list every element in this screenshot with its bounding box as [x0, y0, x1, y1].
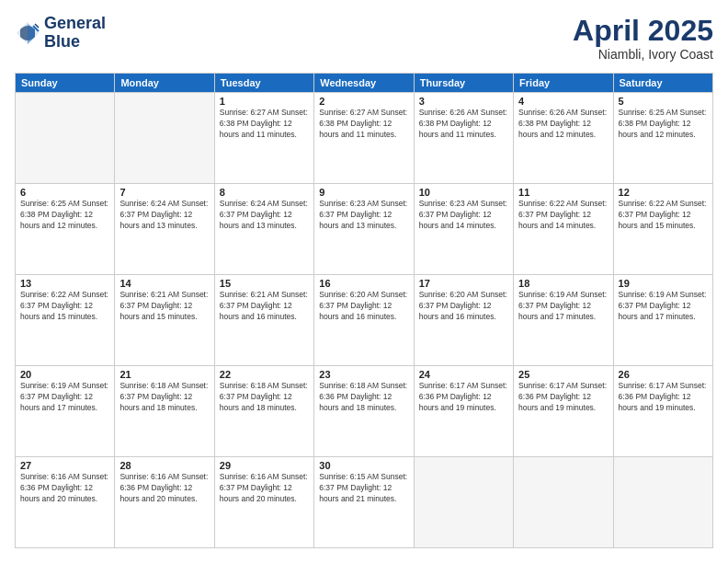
day-number: 20 [20, 369, 109, 380]
calendar-cell: 29Sunrise: 6:16 AM Sunset: 6:37 PM Dayli… [214, 457, 313, 548]
month-title: April 2025 [573, 15, 713, 47]
day-number: 24 [419, 369, 508, 380]
calendar-cell: 23Sunrise: 6:18 AM Sunset: 6:36 PM Dayli… [314, 366, 414, 457]
day-number: 1 [220, 96, 309, 107]
day-number: 11 [518, 187, 608, 198]
day-number: 15 [220, 278, 309, 289]
day-detail: Sunrise: 6:16 AM Sunset: 6:36 PM Dayligh… [20, 472, 109, 505]
day-number: 9 [319, 187, 408, 198]
calendar-cell: 15Sunrise: 6:21 AM Sunset: 6:37 PM Dayli… [214, 275, 313, 366]
day-number: 8 [220, 187, 309, 198]
day-number: 21 [119, 369, 209, 380]
calendar-cell: 10Sunrise: 6:23 AM Sunset: 6:37 PM Dayli… [414, 184, 513, 275]
calendar-cell: 22Sunrise: 6:18 AM Sunset: 6:37 PM Dayli… [214, 366, 313, 457]
calendar-cell: 6Sunrise: 6:25 AM Sunset: 6:38 PM Daylig… [16, 184, 115, 275]
calendar-cell [414, 457, 513, 548]
calendar-cell: 8Sunrise: 6:24 AM Sunset: 6:37 PM Daylig… [214, 184, 313, 275]
day-number: 7 [119, 187, 209, 198]
day-detail: Sunrise: 6:18 AM Sunset: 6:37 PM Dayligh… [119, 381, 209, 414]
day-detail: Sunrise: 6:18 AM Sunset: 6:37 PM Dayligh… [220, 381, 309, 414]
calendar-table: SundayMondayTuesdayWednesdayThursdayFrid… [15, 73, 713, 548]
day-detail: Sunrise: 6:21 AM Sunset: 6:37 PM Dayligh… [220, 290, 309, 323]
calendar-cell: 17Sunrise: 6:20 AM Sunset: 6:37 PM Dayli… [414, 275, 513, 366]
calendar-cell: 7Sunrise: 6:24 AM Sunset: 6:37 PM Daylig… [115, 184, 214, 275]
day-detail: Sunrise: 6:22 AM Sunset: 6:37 PM Dayligh… [518, 199, 608, 232]
calendar-cell: 28Sunrise: 6:16 AM Sunset: 6:36 PM Dayli… [115, 457, 214, 548]
day-number: 25 [518, 369, 608, 380]
calendar-cell: 9Sunrise: 6:23 AM Sunset: 6:37 PM Daylig… [314, 184, 414, 275]
calendar-cell: 18Sunrise: 6:19 AM Sunset: 6:37 PM Dayli… [514, 275, 613, 366]
day-number: 16 [319, 278, 408, 289]
day-number: 30 [319, 460, 408, 471]
day-detail: Sunrise: 6:19 AM Sunset: 6:37 PM Dayligh… [518, 290, 608, 323]
calendar-cell: 24Sunrise: 6:17 AM Sunset: 6:36 PM Dayli… [414, 366, 513, 457]
day-number: 28 [119, 460, 209, 471]
page-header: General Blue April 2025 Niambli, Ivory C… [15, 15, 713, 62]
calendar-cell: 2Sunrise: 6:27 AM Sunset: 6:38 PM Daylig… [314, 93, 414, 184]
day-number: 6 [20, 187, 109, 198]
day-number: 18 [518, 278, 608, 289]
logo-text: General Blue [44, 15, 106, 52]
calendar-cell: 27Sunrise: 6:16 AM Sunset: 6:36 PM Dayli… [16, 457, 115, 548]
day-detail: Sunrise: 6:22 AM Sunset: 6:37 PM Dayligh… [619, 199, 708, 232]
day-detail: Sunrise: 6:15 AM Sunset: 6:37 PM Dayligh… [319, 472, 408, 505]
calendar-cell: 14Sunrise: 6:21 AM Sunset: 6:37 PM Dayli… [115, 275, 214, 366]
day-number: 14 [119, 278, 209, 289]
calendar-cell: 16Sunrise: 6:20 AM Sunset: 6:37 PM Dayli… [314, 275, 414, 366]
calendar-cell: 30Sunrise: 6:15 AM Sunset: 6:37 PM Dayli… [314, 457, 414, 548]
day-number: 19 [619, 278, 708, 289]
day-detail: Sunrise: 6:17 AM Sunset: 6:36 PM Dayligh… [518, 381, 608, 414]
day-detail: Sunrise: 6:16 AM Sunset: 6:37 PM Dayligh… [220, 472, 309, 505]
day-number: 27 [20, 460, 109, 471]
weekday-header-sunday: Sunday [16, 74, 115, 93]
weekday-header-tuesday: Tuesday [214, 74, 313, 93]
day-detail: Sunrise: 6:18 AM Sunset: 6:36 PM Dayligh… [319, 381, 408, 414]
day-detail: Sunrise: 6:26 AM Sunset: 6:38 PM Dayligh… [518, 108, 608, 141]
day-number: 4 [518, 96, 608, 107]
day-detail: Sunrise: 6:27 AM Sunset: 6:38 PM Dayligh… [319, 108, 408, 141]
day-number: 17 [419, 278, 508, 289]
logo: General Blue [15, 15, 106, 52]
logo-icon [15, 20, 40, 46]
day-number: 5 [619, 96, 708, 107]
day-number: 29 [220, 460, 309, 471]
calendar-cell [115, 93, 214, 184]
weekday-header-friday: Friday [514, 74, 613, 93]
day-number: 3 [419, 96, 508, 107]
weekday-header-saturday: Saturday [613, 74, 712, 93]
day-detail: Sunrise: 6:23 AM Sunset: 6:37 PM Dayligh… [419, 199, 508, 232]
calendar-cell: 11Sunrise: 6:22 AM Sunset: 6:37 PM Dayli… [514, 184, 613, 275]
calendar-cell [16, 93, 115, 184]
day-detail: Sunrise: 6:19 AM Sunset: 6:37 PM Dayligh… [619, 290, 708, 323]
day-number: 13 [20, 278, 109, 289]
day-number: 26 [619, 369, 708, 380]
calendar-cell: 26Sunrise: 6:17 AM Sunset: 6:36 PM Dayli… [613, 366, 712, 457]
day-number: 10 [419, 187, 508, 198]
calendar-cell: 20Sunrise: 6:19 AM Sunset: 6:37 PM Dayli… [16, 366, 115, 457]
title-area: April 2025 Niambli, Ivory Coast [573, 15, 713, 62]
calendar-cell: 4Sunrise: 6:26 AM Sunset: 6:38 PM Daylig… [514, 93, 613, 184]
calendar-cell: 3Sunrise: 6:26 AM Sunset: 6:38 PM Daylig… [414, 93, 513, 184]
day-detail: Sunrise: 6:24 AM Sunset: 6:37 PM Dayligh… [119, 199, 209, 232]
day-detail: Sunrise: 6:24 AM Sunset: 6:37 PM Dayligh… [220, 199, 309, 232]
day-detail: Sunrise: 6:17 AM Sunset: 6:36 PM Dayligh… [419, 381, 508, 414]
day-detail: Sunrise: 6:26 AM Sunset: 6:38 PM Dayligh… [419, 108, 508, 141]
calendar-cell: 19Sunrise: 6:19 AM Sunset: 6:37 PM Dayli… [613, 275, 712, 366]
day-number: 22 [220, 369, 309, 380]
calendar-cell: 21Sunrise: 6:18 AM Sunset: 6:37 PM Dayli… [115, 366, 214, 457]
day-detail: Sunrise: 6:21 AM Sunset: 6:37 PM Dayligh… [119, 290, 209, 323]
day-detail: Sunrise: 6:25 AM Sunset: 6:38 PM Dayligh… [619, 108, 708, 141]
calendar-cell [613, 457, 712, 548]
day-number: 12 [619, 187, 708, 198]
day-detail: Sunrise: 6:23 AM Sunset: 6:37 PM Dayligh… [319, 199, 408, 232]
day-detail: Sunrise: 6:16 AM Sunset: 6:36 PM Dayligh… [119, 472, 209, 505]
day-detail: Sunrise: 6:20 AM Sunset: 6:37 PM Dayligh… [319, 290, 408, 323]
calendar-cell [514, 457, 613, 548]
day-detail: Sunrise: 6:22 AM Sunset: 6:37 PM Dayligh… [20, 290, 109, 323]
weekday-header-monday: Monday [115, 74, 214, 93]
day-detail: Sunrise: 6:17 AM Sunset: 6:36 PM Dayligh… [619, 381, 708, 414]
day-detail: Sunrise: 6:19 AM Sunset: 6:37 PM Dayligh… [20, 381, 109, 414]
day-detail: Sunrise: 6:25 AM Sunset: 6:38 PM Dayligh… [20, 199, 109, 232]
day-detail: Sunrise: 6:27 AM Sunset: 6:38 PM Dayligh… [220, 108, 309, 141]
day-detail: Sunrise: 6:20 AM Sunset: 6:37 PM Dayligh… [419, 290, 508, 323]
